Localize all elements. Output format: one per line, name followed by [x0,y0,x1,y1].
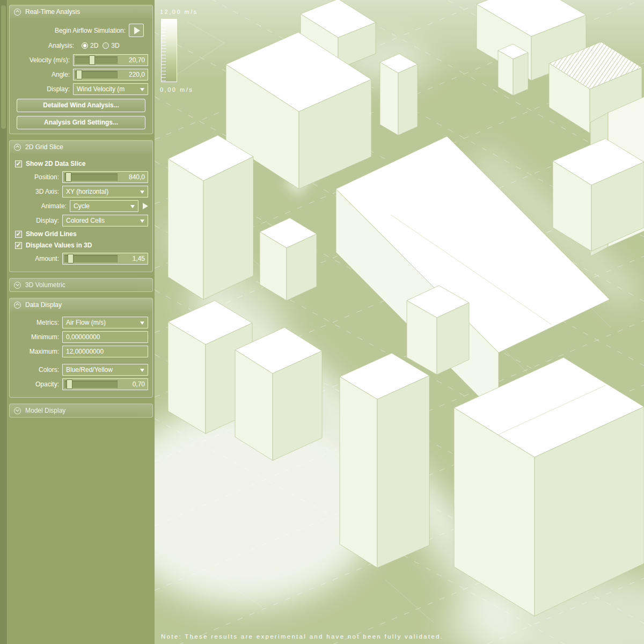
begin-simulation-label: Begin Airflow Simulation: [10,27,129,34]
radio-3d-label[interactable]: 3D [111,42,119,49]
begin-simulation-button[interactable] [129,24,144,37]
displace-values-row[interactable]: Displace Values in 3D [15,241,148,249]
legend-gradient-bar [161,19,177,82]
panel-scrollbar[interactable] [0,0,8,644]
section-3d-volumetric: 3D Volumetric [9,278,153,292]
collapse-down-icon[interactable] [14,282,21,289]
display-label: Display: [10,85,73,93]
opacity-slider[interactable]: 0,70 [62,378,148,390]
show-2d-data-slice-row[interactable]: Show 2D Data Slice [15,160,148,167]
amount-value: 1,45 [133,253,145,264]
amount-slider[interactable]: 1,45 [62,253,148,265]
show-2d-data-slice-checkbox[interactable] [15,160,22,167]
minimum-label: Minimum: [10,333,62,341]
section-title: Data Display [25,301,62,309]
angle-value: 220,0 [129,69,145,80]
animate-label: Animate: [10,202,70,210]
velocity-value: 20,70 [129,55,145,65]
chevron-down-icon [140,191,144,194]
animate-dropdown[interactable]: Cycle [70,200,138,212]
show-2d-data-slice-label: Show 2D Data Slice [26,160,85,167]
position-slider-track[interactable] [64,173,118,181]
show-grid-lines-row[interactable]: Show Grid Lines [15,230,148,238]
section-real-time-analysis: Real-Time Analysis Begin Airflow Simulat… [9,5,153,134]
minimum-input[interactable]: 0,00000000 [62,331,148,343]
position-slider-handle[interactable] [65,172,71,182]
radio-2d[interactable] [82,42,88,49]
section-header-real-time-analysis[interactable]: Real-Time Analysis [10,5,152,18]
show-grid-lines-checkbox[interactable] [15,231,22,238]
collapse-up-icon[interactable] [14,144,21,151]
metrics-dropdown[interactable]: Air Flow (m/s) [62,317,148,328]
3d-axis-dropdown[interactable]: XY (horizontal) [62,186,148,197]
legend-max-label: 12,00 m/s [160,9,198,15]
colors-label: Colors: [10,366,62,374]
chevron-down-icon [140,88,144,91]
velocity-slider[interactable]: 20,70 [73,54,148,66]
maximum-value: 12,00000000 [66,348,104,355]
section-model-display: Model Display [9,404,153,418]
opacity-label: Opacity: [10,380,62,388]
velocity-slider-track[interactable] [75,56,118,64]
collapse-up-icon[interactable] [14,9,21,16]
3d-axis-label: 3D Axis: [10,188,62,195]
position-label: Position: [10,173,62,181]
displace-values-checkbox[interactable] [15,242,22,249]
colors-dropdown-value: Blue/Red/Yellow [66,366,113,374]
colors-dropdown[interactable]: Blue/Red/Yellow [62,364,148,376]
animate-play-button[interactable] [143,203,148,209]
velocity-slider-handle[interactable] [89,55,95,65]
wind-speed-legend: 12,00 m/s 0,00 m/s [160,9,198,93]
chevron-down-icon [130,205,135,208]
wind-analysis-app: Real-Time Analysis Begin Airflow Simulat… [0,0,644,644]
section-title: 3D Volumetric [25,281,65,289]
display-dropdown[interactable]: Wind Velocity (m [73,83,148,95]
position-value: 840,0 [129,172,145,182]
angle-slider-handle[interactable] [76,70,82,79]
section-title: Real-Time Analysis [25,8,80,16]
section-2d-grid-slice: 2D Grid Slice Show 2D Data Slice Positio… [9,140,153,272]
disclaimer-note: Note: These results are experimental and… [161,633,443,640]
displace-values-label: Displace Values in 3D [26,241,92,249]
chevron-down-icon [140,369,144,372]
chevron-down-icon [140,219,144,223]
slice-display-dropdown[interactable]: Colored Cells [62,215,148,226]
slice-display-dropdown-value: Colored Cells [66,217,105,224]
section-header-2d-grid-slice[interactable]: 2D Grid Slice [10,141,152,153]
collapse-up-icon[interactable] [14,302,21,309]
section-data-display: Data Display Metrics: Air Flow (m/s) Min… [9,298,153,398]
angle-label: Angle: [10,71,73,78]
panel-scrollbar-thumb[interactable] [1,5,6,129]
city-wind-scene [155,0,644,644]
radio-2d-label[interactable]: 2D [90,42,98,49]
amount-label: Amount: [10,255,62,262]
maximum-label: Maximum: [10,348,62,355]
viewport-3d[interactable]: 12,00 m/s 0,00 m/s Note: These results a… [155,0,644,644]
maximum-input[interactable]: 12,00000000 [62,346,148,357]
metrics-label: Metrics: [10,319,62,326]
minimum-value: 0,00000000 [66,333,100,341]
section-header-data-display[interactable]: Data Display [10,298,152,311]
legend-min-label: 0,00 m/s [160,86,198,93]
velocity-label: Velocity (m/s): [10,56,73,64]
opacity-slider-track[interactable] [64,380,118,388]
opacity-value: 0,70 [133,379,145,390]
position-slider[interactable]: 840,0 [62,171,148,183]
section-header-model-display[interactable]: Model Display [10,404,152,417]
collapse-down-icon[interactable] [14,407,21,414]
amount-slider-track[interactable] [64,255,118,262]
radio-3d[interactable] [103,42,109,49]
angle-slider-track[interactable] [75,71,118,78]
opacity-slider-handle[interactable] [67,379,72,389]
analysis-grid-settings-button[interactable]: Analysis Grid Settings... [17,116,145,129]
animate-dropdown-value: Cycle [74,202,90,210]
detailed-wind-analysis-button[interactable]: Detailed Wind Analysis... [17,99,145,112]
display-dropdown-value: Wind Velocity (m [77,85,125,93]
metrics-dropdown-value: Air Flow (m/s) [66,319,106,326]
section-header-3d-volumetric[interactable]: 3D Volumetric [10,279,152,291]
amount-slider-handle[interactable] [68,254,74,264]
angle-slider[interactable]: 220,0 [73,69,148,80]
3d-axis-dropdown-value: XY (horizontal) [66,188,108,195]
play-icon [134,27,140,34]
slice-display-label: Display: [10,217,62,224]
